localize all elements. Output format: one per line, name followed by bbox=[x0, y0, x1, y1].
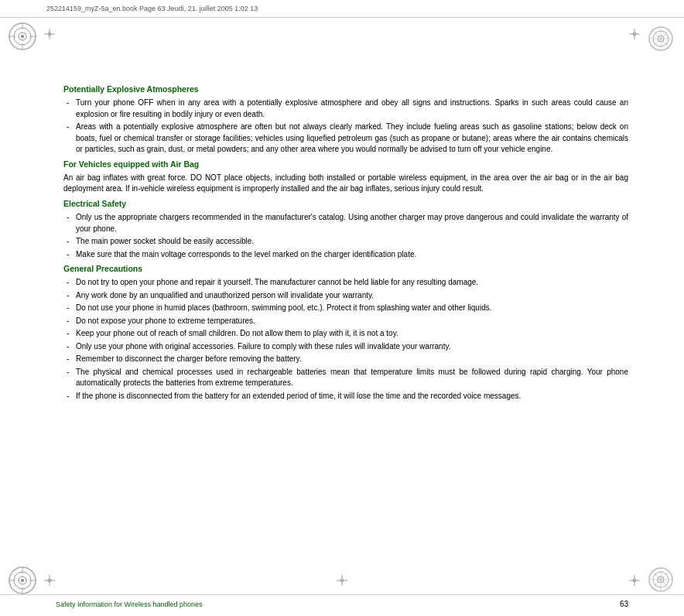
bullet-item: Turn your phone OFF when in any area wit… bbox=[63, 98, 628, 120]
bullet-item: Only use your phone with original access… bbox=[63, 341, 628, 353]
heading-air-bag: For Vehicles equipped with Air Bag bbox=[63, 159, 628, 170]
bullet-item: Make sure that the main voltage correspo… bbox=[63, 249, 628, 261]
footer-safety-label: Safety Information for Wireless handled … bbox=[56, 601, 203, 608]
corner-decor-tr bbox=[645, 23, 676, 56]
bullet-item: The main power socket should be easily a… bbox=[63, 236, 628, 248]
bullet-item: The physical and chemical processes used… bbox=[63, 367, 628, 389]
bullet-item: Any work done by an unqualified and unau… bbox=[63, 290, 628, 302]
page: 252214159_myZ-5a_en.book Page 63 Jeudi, … bbox=[0, 0, 684, 616]
bullet-item: Remember to disconnect the charger befor… bbox=[63, 354, 628, 365]
page-footer: Safety Information for Wireless handled … bbox=[0, 594, 684, 608]
heading-general-precautions: General Precautions bbox=[63, 263, 628, 275]
svg-point-3 bbox=[21, 35, 24, 38]
arrow-decor-tl1 bbox=[44, 29, 55, 41]
heading-potentially-explosive: Potentially Explosive Atmospheres bbox=[63, 84, 628, 95]
section-electrical-safety: Electrical Safety Only us the appropriat… bbox=[63, 198, 628, 260]
bullet-item: If the phone is disconnected from the ba… bbox=[63, 391, 628, 402]
corner-decor-br bbox=[645, 564, 676, 597]
bullets-general-precautions: Do not try to open your phone and repair… bbox=[63, 277, 628, 402]
bullet-item: Do not use your phone in humid places (b… bbox=[63, 303, 628, 314]
arrow-decor-bc bbox=[337, 575, 347, 587]
arrow-decor-bl1 bbox=[44, 575, 55, 587]
heading-electrical-safety: Electrical Safety bbox=[63, 198, 628, 210]
bullet-item: Do not expose your phone to extreme temp… bbox=[63, 316, 628, 327]
corner-decor-tl bbox=[8, 22, 39, 53]
bullets-electrical-safety: Only us the appropriate chargers recomme… bbox=[63, 212, 628, 260]
main-content: Potentially Explosive Atmospheres Turn y… bbox=[63, 18, 628, 436]
bullet-item: Do not try to open your phone and repair… bbox=[63, 277, 628, 289]
header-text: 252214159_myZ-5a_en.book Page 63 Jeudi, … bbox=[46, 5, 258, 12]
corner-decor-bl bbox=[8, 566, 37, 597]
section-potentially-explosive: Potentially Explosive Atmospheres Turn y… bbox=[63, 84, 628, 156]
section-air-bag: For Vehicles equipped with Air Bag An ai… bbox=[63, 159, 628, 195]
bullet-item: Areas with a potentially explosive atmos… bbox=[63, 121, 628, 156]
bullets-potentially-explosive: Turn your phone OFF when in any area wit… bbox=[63, 98, 628, 156]
page-number: 63 bbox=[620, 600, 628, 608]
svg-point-19 bbox=[21, 579, 24, 582]
arrow-decor-br1 bbox=[629, 575, 640, 587]
arrow-decor-tr1 bbox=[629, 29, 640, 41]
para-air-bag: An air bag inflates with great force. DO… bbox=[63, 173, 628, 195]
bullet-item: Only us the appropriate chargers recomme… bbox=[63, 212, 628, 234]
section-general-precautions: General Precautions Do not try to open y… bbox=[63, 263, 628, 402]
bullet-item: Keep your phone out of reach of small ch… bbox=[63, 328, 628, 340]
header-bar: 252214159_myZ-5a_en.book Page 63 Jeudi, … bbox=[0, 0, 684, 18]
